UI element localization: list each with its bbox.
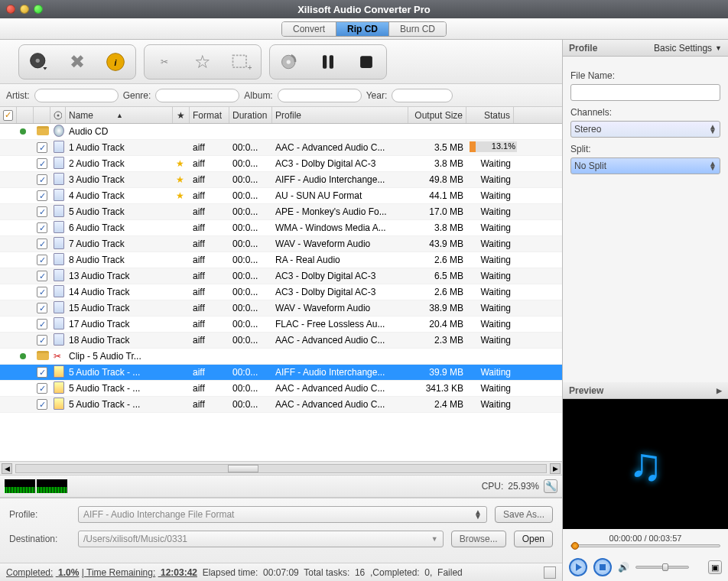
zoom-window-button[interactable] xyxy=(34,5,43,14)
rip-button[interactable] xyxy=(276,48,304,76)
track-checkbox[interactable]: ✓ xyxy=(34,190,50,202)
scroll-left-button[interactable]: ◀ xyxy=(2,463,12,474)
select-all-checkbox[interactable]: ✓ xyxy=(3,110,13,121)
track-row[interactable]: ✓14 Audio Trackaiff00:0...AC3 - Dolby Di… xyxy=(0,284,562,300)
scroll-right-button[interactable]: ▶ xyxy=(550,463,561,474)
preview-play-button[interactable] xyxy=(569,558,587,576)
channels-select[interactable]: Stereo▲▼ xyxy=(570,121,720,138)
track-row[interactable]: ✓5 Audio Trackaiff00:0...APE - Monkey's … xyxy=(0,204,562,220)
track-profile: AAC - Advanced Audio C... xyxy=(272,142,408,153)
track-format: aiff xyxy=(190,190,229,201)
track-row[interactable]: ✓15 Audio Trackaiff00:0...WAV - Waveform… xyxy=(0,300,562,316)
preview-stop-button[interactable] xyxy=(593,558,612,576)
cut-button[interactable]: ✂ xyxy=(151,48,178,76)
volume-slider[interactable] xyxy=(635,566,689,569)
track-table-header: ✓ Name ▲ ★ Format Duration Profile Outpu… xyxy=(0,107,562,124)
horizontal-scrollbar[interactable]: ◀ ▶ xyxy=(0,461,562,475)
track-row[interactable]: ✓6 Audio Trackaiff00:0...WMA - Windows M… xyxy=(0,220,562,236)
track-checkbox[interactable]: ✓ xyxy=(34,319,50,330)
artist-input[interactable] xyxy=(34,89,119,102)
col-duration[interactable]: Duration xyxy=(229,107,272,123)
track-checkbox[interactable]: ✓ xyxy=(34,206,50,218)
track-format: aiff xyxy=(190,158,229,169)
preview-expand-button[interactable]: ▶ xyxy=(717,387,722,394)
col-format[interactable]: Format xyxy=(190,107,229,123)
group-row[interactable]: ✂Clip - 5 Audio Tr... xyxy=(0,349,562,365)
tab-rip-cd[interactable]: Rip CD xyxy=(336,22,389,36)
track-checkbox[interactable]: ✓ xyxy=(34,335,50,346)
seek-thumb[interactable] xyxy=(571,542,579,550)
volume-thumb[interactable] xyxy=(662,563,668,571)
snapshot-button[interactable]: ▣ xyxy=(708,560,722,574)
expand-icon[interactable] xyxy=(17,351,34,362)
track-row[interactable]: ✓5 Audio Track - ...aiff00:0...AAC - Adv… xyxy=(0,381,562,397)
col-output-size[interactable]: Output Size xyxy=(408,107,466,123)
track-format: aiff xyxy=(190,206,229,217)
col-status[interactable]: Status xyxy=(466,107,514,123)
track-profile: FLAC - Free Lossless Au... xyxy=(272,319,408,329)
track-row[interactable]: ✓8 Audio Trackaiff00:0...RA - Real Audio… xyxy=(0,252,562,268)
remove-button[interactable]: ✖ xyxy=(63,48,91,76)
track-row[interactable]: ✓7 Audio Trackaiff00:0...WAV - Waveform … xyxy=(0,236,562,252)
track-checkbox[interactable]: ✓ xyxy=(34,303,50,314)
track-row[interactable]: ✓5 Audio Track - ...aiff00:0...AAC - Adv… xyxy=(0,397,562,413)
track-row[interactable]: ✓17 Audio Trackaiff00:0...FLAC - Free Lo… xyxy=(0,316,562,333)
split-select[interactable]: No Split▲▼ xyxy=(570,157,720,174)
col-star[interactable]: ★ xyxy=(173,107,190,123)
task-list-button[interactable] xyxy=(544,566,556,579)
cpu-settings-button[interactable]: 🔧 xyxy=(544,479,557,493)
track-star[interactable]: ★ xyxy=(173,158,190,169)
destination-select[interactable]: /Users/xilisoft/Music/0331 ▼ xyxy=(78,531,444,547)
track-row[interactable]: ✓3 Audio Track★aiff00:0...AIFF - Audio I… xyxy=(0,172,562,188)
track-checkbox[interactable]: ✓ xyxy=(34,174,50,186)
track-checkbox[interactable]: ✓ xyxy=(34,271,50,282)
track-checkbox[interactable]: ✓ xyxy=(34,367,50,378)
year-input[interactable] xyxy=(392,89,453,102)
track-checkbox[interactable]: ✓ xyxy=(34,287,50,298)
folder-icon xyxy=(34,126,50,138)
favorite-button[interactable]: ☆ xyxy=(189,48,216,76)
album-input[interactable] xyxy=(278,89,362,102)
seek-slider[interactable] xyxy=(563,544,728,553)
info-button[interactable]: i xyxy=(102,48,129,76)
track-row[interactable]: ✓4 Audio Track★aiff00:0...AU - SUN AU Fo… xyxy=(0,188,562,204)
add-disc-button[interactable] xyxy=(25,48,53,76)
expand-icon[interactable] xyxy=(17,126,34,137)
group-row[interactable]: Audio CD xyxy=(0,124,562,140)
scroll-thumb[interactable] xyxy=(228,465,258,472)
destination-label: Destination: xyxy=(9,534,70,544)
track-checkbox[interactable]: ✓ xyxy=(34,399,50,411)
tab-convert[interactable]: Convert xyxy=(282,22,336,36)
profile-select[interactable]: AIFF - Audio Interchange File Format ▲▼ xyxy=(78,506,487,523)
add-to-queue-button[interactable]: + xyxy=(227,48,255,76)
track-profile: AIFF - Audio Interchange... xyxy=(272,367,408,378)
basic-settings-dropdown[interactable]: Basic Settings▼ xyxy=(654,43,722,54)
track-checkbox[interactable]: ✓ xyxy=(34,383,50,394)
track-star[interactable]: ★ xyxy=(173,174,190,185)
track-row[interactable]: ✓2 Audio Track★aiff00:0...AC3 - Dolby Di… xyxy=(0,156,562,172)
track-checkbox[interactable]: ✓ xyxy=(34,158,50,170)
track-star[interactable]: ★ xyxy=(173,190,190,201)
pause-button[interactable] xyxy=(314,48,342,76)
track-checkbox[interactable]: ✓ xyxy=(34,239,50,250)
track-row[interactable]: ✓1 Audio Trackaiff00:0...AAC - Advanced … xyxy=(0,140,562,156)
minimize-window-button[interactable] xyxy=(20,5,29,14)
track-row[interactable]: ✓18 Audio Trackaiff00:0...AAC - Advanced… xyxy=(0,333,562,349)
track-row[interactable]: ✓13 Audio Trackaiff00:0...AC3 - Dolby Di… xyxy=(0,268,562,284)
save-as-button[interactable]: Save As... xyxy=(495,506,553,523)
stop-button[interactable] xyxy=(353,48,380,76)
close-window-button[interactable] xyxy=(6,5,15,14)
track-status: Waiting xyxy=(466,190,514,201)
col-name[interactable]: Name ▲ xyxy=(66,107,173,123)
col-profile[interactable]: Profile xyxy=(272,107,408,123)
track-checkbox[interactable]: ✓ xyxy=(34,142,50,154)
genre-input[interactable] xyxy=(155,89,239,102)
track-row[interactable]: ✓5 Audio Track - ...aiff00:0...AIFF - Au… xyxy=(0,365,562,381)
tab-burn-cd[interactable]: Burn CD xyxy=(389,22,446,36)
open-button[interactable]: Open xyxy=(514,531,553,547)
track-profile: AAC - Advanced Audio C... xyxy=(272,383,408,394)
track-checkbox[interactable]: ✓ xyxy=(34,222,50,234)
track-checkbox[interactable]: ✓ xyxy=(34,255,50,266)
file-name-input[interactable] xyxy=(570,84,720,101)
browse-button[interactable]: Browse... xyxy=(451,531,506,547)
